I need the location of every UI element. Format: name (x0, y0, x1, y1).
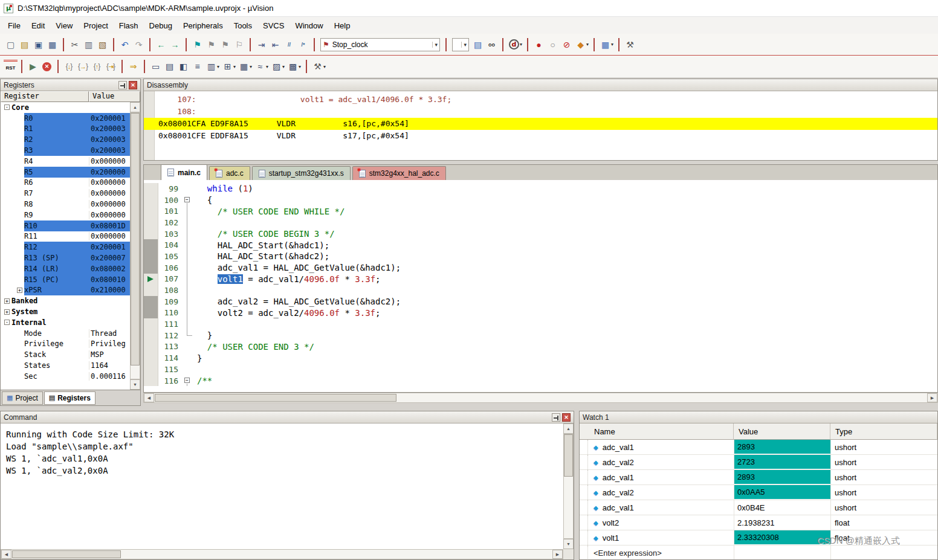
show-next-statement-icon[interactable]: ⇒ (126, 60, 140, 73)
system-viewer-dropdown-icon[interactable]: ▾ (299, 64, 301, 69)
menu-debug[interactable]: Debug (144, 19, 178, 33)
register-row[interactable]: Sec0.000116 (1, 371, 130, 382)
code-line[interactable]: 115 (144, 364, 937, 375)
watch-window-icon[interactable]: ▥ (204, 60, 218, 73)
register-row[interactable]: R120x200001 (1, 242, 130, 253)
menu-help[interactable]: Help (329, 19, 356, 33)
scroll-down-icon[interactable]: ▼ (563, 539, 574, 549)
watch-name[interactable]: ◆adc_val1 (580, 440, 734, 454)
type-column-header[interactable]: Type (830, 423, 937, 440)
scroll-left-icon[interactable]: ◀ (144, 393, 154, 402)
cut-icon[interactable]: ✂ (68, 38, 82, 51)
tab-adc.c[interactable]: adc.c (209, 166, 250, 180)
toolbox-dropdown-icon[interactable]: ▾ (323, 64, 326, 69)
register-value[interactable]: Thread (89, 329, 130, 338)
watch-value[interactable]: 2.33320308 (734, 530, 830, 545)
window-layout-icon[interactable]: ▦ (598, 38, 612, 51)
code-line[interactable]: 109 adc_val2 = HAL_ADC_GetValue(&hadc2); (144, 296, 937, 307)
disassembly-line[interactable]: 0x08001CFA ED9F8A15 VLDR s16,[pc,#0x54] (144, 118, 937, 130)
close-icon[interactable]: ✕ (129, 81, 137, 89)
watch-name[interactable]: ◆volt2 (580, 515, 734, 530)
register-row[interactable]: StackMSP (1, 349, 130, 360)
new-file-icon[interactable]: ▢ (4, 38, 18, 51)
debug-options-icon[interactable]: ◆ (574, 38, 587, 51)
expand-icon[interactable]: + (17, 288, 22, 293)
scrollbar-thumb[interactable] (12, 550, 121, 558)
code-line[interactable]: 116−/** (144, 375, 937, 387)
disassembly-body[interactable]: 107: volt1 = adc_val1/4096.0f * 3.3f; 10… (144, 91, 937, 160)
tab-startup_stm32g431xx.s[interactable]: startup_stm32g431xx.s (252, 166, 351, 180)
start-stop-debug-dropdown-icon[interactable]: ▾ (520, 42, 522, 47)
step-over-icon[interactable]: {→} (76, 60, 90, 73)
watch-value[interactable]: 2723 (734, 455, 830, 469)
scroll-up-icon[interactable]: ▲ (563, 423, 574, 434)
step-into-icon[interactable]: {↓} (62, 60, 76, 73)
dropdown-icon[interactable]: ▾ (461, 42, 467, 48)
expand-icon[interactable]: + (4, 309, 10, 315)
watch-value[interactable]: 2893 (734, 470, 830, 484)
code-line[interactable]: 101 /* USER CODE END WHILE */ (144, 205, 937, 217)
configure-tools-icon[interactable]: ⚒ (623, 38, 637, 51)
register-row[interactable]: States1164 (1, 360, 130, 371)
scroll-left-icon[interactable]: ◀ (1, 550, 11, 559)
code-line[interactable]: 105 HAL_ADC_Start(&hadc2); (144, 251, 937, 262)
register-row[interactable]: R100x08001D (1, 220, 130, 231)
previous-bookmark-icon[interactable]: ⚑ (204, 38, 218, 51)
register-row[interactable]: PrivilegePrivileg (1, 339, 130, 350)
watch-value[interactable]: 2.1938231 (734, 515, 830, 530)
register-value[interactable]: 0x000000 (89, 200, 130, 208)
symbol-window-icon[interactable]: ◧ (176, 60, 190, 73)
code-line[interactable]: 108 (144, 285, 937, 296)
register-row[interactable]: R13 (SP)0x200007 (1, 253, 130, 263)
watch-row[interactable]: ◆adc_val10x0B4Eushort (580, 500, 937, 515)
watch-row[interactable]: ◆adc_val20x0AA5ushort (580, 485, 937, 500)
register-value[interactable]: 0x200000 (89, 168, 130, 176)
disassembly-window-icon[interactable]: ▤ (163, 60, 176, 73)
scrollbar-thumb[interactable] (155, 394, 396, 402)
menu-flash[interactable]: Flash (114, 19, 144, 33)
code-line[interactable]: 107 volt1 = adc_val1/4096.0f * 3.3f; (144, 274, 937, 285)
collapse-icon[interactable]: - (4, 105, 10, 110)
register-row[interactable]: R110x000000 (1, 231, 130, 242)
register-row[interactable]: R80x000000 (1, 199, 130, 210)
code-line[interactable]: 111 (144, 318, 937, 330)
start-stop-debug-icon[interactable]: d (509, 39, 519, 50)
run-icon[interactable]: ▶ (26, 60, 40, 73)
register-value[interactable]: 0.000116 (89, 372, 130, 381)
find-in-files-icon[interactable]: oo (485, 38, 499, 51)
register-row[interactable]: R20x200003 (1, 134, 130, 145)
watch-name[interactable]: ◆adc_val2 (580, 455, 734, 469)
scrollbar-thum b[interactable] (564, 434, 573, 477)
register-row[interactable]: R50x200000 (1, 167, 130, 178)
toggle-bookmark-icon[interactable]: ⚑ (190, 38, 204, 51)
code-line[interactable]: 112 } (144, 330, 937, 341)
comment-selection-icon[interactable]: // (282, 38, 296, 51)
undo-icon[interactable]: ↶ (118, 38, 132, 51)
disassembly-line[interactable]: 0x08001CFE EDDF8A15 VLDR s17,[pc,#0x54] (144, 130, 937, 142)
quick-search-combo[interactable]: ▾ (452, 38, 469, 51)
register-row[interactable]: R90x000000 (1, 210, 130, 220)
watch-row[interactable]: ◆adc_val22723ushort (580, 455, 937, 470)
register-column-header[interactable]: Register (1, 91, 89, 102)
register-row[interactable]: R14 (LR)0x080002 (1, 263, 130, 274)
dropdown-icon[interactable]: ▾ (432, 42, 438, 48)
expand-icon[interactable]: + (4, 298, 10, 304)
watch-name[interactable]: ◆volt1 (580, 530, 734, 545)
watch-row[interactable]: ◆adc_val12893ushort (580, 440, 937, 455)
tab-registers[interactable]: ▤ Registers (44, 391, 95, 405)
open-file-icon[interactable]: ▤ (18, 38, 31, 51)
close-icon[interactable]: ✕ (562, 413, 571, 422)
watch-row[interactable]: <Enter expression> (580, 546, 937, 559)
register-row[interactable]: -Internal (1, 317, 130, 328)
indent-icon[interactable]: ⇥ (254, 38, 268, 51)
register-value[interactable]: 0x200001 (89, 243, 130, 251)
trace-window-dropdown-icon[interactable]: ▾ (282, 64, 285, 69)
analysis-window-dropdown-icon[interactable]: ▾ (266, 64, 268, 69)
watch-name[interactable]: <Enter expression> (580, 546, 734, 559)
value-column-header[interactable]: Value (89, 91, 140, 102)
menu-svcs[interactable]: SVCS (257, 19, 289, 33)
watch-value[interactable] (734, 546, 830, 559)
watch-value[interactable]: 2893 (734, 440, 830, 454)
value-column-header[interactable]: Value (734, 423, 830, 440)
watch-value[interactable]: 0x0AA5 (734, 485, 830, 500)
